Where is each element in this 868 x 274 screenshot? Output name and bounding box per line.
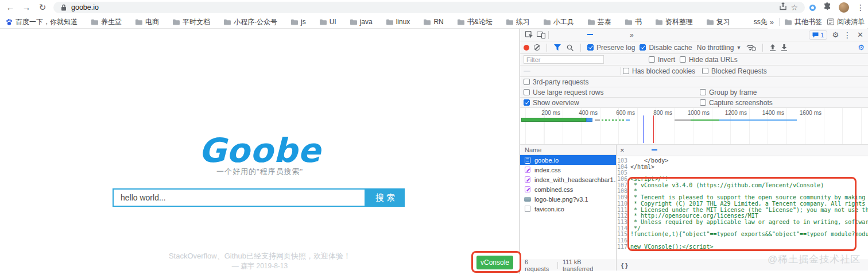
overview-tick-label: 1200 ms <box>714 110 747 116</box>
request-name: index_with_headsearchbar1.... <box>534 176 616 183</box>
export-har-icon[interactable] <box>781 42 788 53</box>
bookmark-item[interactable]: 电商 <box>135 17 159 27</box>
address-bar[interactable]: goobe.io ☆ <box>53 2 805 13</box>
issues-badge[interactable]: 1 <box>809 30 827 40</box>
request-name: goobe.io <box>534 157 559 164</box>
bookmark-item[interactable]: java <box>350 18 373 26</box>
bookmark-item[interactable]: 资料整理 <box>656 17 693 27</box>
hide-data-urls-checkbox[interactable] <box>680 56 686 63</box>
bookmark-item[interactable]: 平时文档 <box>173 17 210 27</box>
bookmark-item[interactable]: RN <box>424 18 443 26</box>
bookmark-item[interactable]: 小程序-公众号 <box>224 17 277 27</box>
bookmark-item[interactable]: linux <box>386 18 410 26</box>
bookmark-item[interactable]: 复习 <box>707 17 730 27</box>
devtools-settings-icon[interactable]: ⚙ <box>832 30 839 39</box>
preserve-log-checkbox[interactable] <box>587 44 594 51</box>
back-icon[interactable]: ← <box>5 0 16 15</box>
import-har-icon[interactable] <box>769 42 776 53</box>
divider <box>557 262 558 269</box>
reload-icon[interactable]: ↻ <box>37 0 48 15</box>
img-icon <box>524 197 531 202</box>
bookmark-item[interactable]: 其他书签 <box>785 17 822 27</box>
request-row[interactable]: goobe.io <box>520 155 616 165</box>
line-text: </body> <box>630 157 668 164</box>
bookmark-item[interactable]: 小工具 <box>544 17 574 27</box>
bookmark-item[interactable]: 百度一下，你就知道 <box>6 17 78 27</box>
network-settings-icon[interactable]: ⚙ <box>858 43 865 52</box>
throttling-dropdown[interactable]: No throttling ▼ <box>697 44 742 52</box>
show-overview-checkbox[interactable] <box>524 99 530 106</box>
vconsole-button[interactable]: vConsole <box>476 256 513 269</box>
avatar[interactable] <box>839 2 849 13</box>
search-button[interactable]: 搜 索 <box>366 188 405 207</box>
folder-icon <box>424 19 431 25</box>
type-filter-chip[interactable] <box>596 71 603 72</box>
request-list-header[interactable]: Name <box>520 145 616 155</box>
bookmark-item[interactable]: UI <box>320 18 336 26</box>
device-toolbar-icon[interactable] <box>535 29 547 41</box>
response-code[interactable]: 103 </body> 104 </html> 105 106 <script>… <box>617 156 868 260</box>
bookmark-item[interactable]: 书&论坛 <box>458 17 493 27</box>
extensions-puzzle-icon[interactable] <box>823 2 831 13</box>
line-number: 104 <box>617 164 630 170</box>
request-type-filters: Has blocked cookies Blocked Requests <box>520 65 868 77</box>
share-icon[interactable] <box>780 2 786 13</box>
request-row[interactable]: favicon.ico <box>520 204 616 214</box>
browser-menu-icon[interactable]: ⋮ <box>857 3 865 12</box>
bookmark-item[interactable]: 书 <box>625 17 642 27</box>
type-filter-chip[interactable] <box>580 71 587 72</box>
group-by-frame-checkbox[interactable] <box>700 89 706 95</box>
type-filter-chip[interactable] <box>524 71 530 72</box>
code-line: 112 * http://opensource.org/licenses/MIT <box>617 213 868 219</box>
filter-checkbox[interactable] <box>623 68 629 74</box>
forward-icon[interactable]: → <box>21 0 32 15</box>
bookmark-item[interactable]: 养生堂 <box>91 17 122 27</box>
group-by-frame-option: Group by frame <box>700 88 757 97</box>
bookmark-item[interactable]: js <box>291 18 306 26</box>
bookmark-item[interactable]: 阅读清单 <box>827 17 865 27</box>
bookmarks-overflow-icon[interactable]: » <box>770 18 774 26</box>
type-filter-chip[interactable] <box>564 71 571 72</box>
network-overview[interactable]: 200 ms400 ms600 ms800 ms1000 ms1200 ms14… <box>520 108 868 145</box>
network-filter-input[interactable] <box>524 55 604 64</box>
record-icon[interactable] <box>524 45 529 51</box>
filter-checkbox[interactable] <box>702 68 708 74</box>
devtools-close-icon[interactable]: ✕ <box>856 30 865 39</box>
detail-close-icon[interactable]: × <box>619 146 626 155</box>
third-party-checkbox[interactable] <box>524 79 530 85</box>
devtools-menu-icon[interactable]: ⋮ <box>843 30 851 40</box>
extension-ring-icon[interactable] <box>809 5 816 11</box>
code-line: 106 <script>/*! <box>617 176 868 182</box>
invert-checkbox[interactable] <box>649 56 655 63</box>
type-filter-chip[interactable] <box>532 71 538 72</box>
search-input[interactable] <box>113 188 366 207</box>
large-rows-checkbox[interactable] <box>524 89 530 95</box>
bookmark-star-icon[interactable]: ☆ <box>790 3 798 12</box>
request-row[interactable]: index.css <box>520 165 616 175</box>
disable-cache-checkbox[interactable] <box>640 44 646 51</box>
bookmark-item[interactable]: 芸泰 <box>588 17 611 27</box>
pretty-print-icon[interactable]: { } <box>617 262 633 269</box>
network-conditions-icon[interactable] <box>746 42 756 53</box>
bookmark-item[interactable]: 练习 <box>506 17 530 27</box>
type-filter-chip[interactable] <box>604 71 611 72</box>
type-filter-chip[interactable] <box>556 71 563 72</box>
type-filter-chip[interactable] <box>612 71 619 72</box>
type-filter-chip[interactable] <box>540 71 547 72</box>
request-row[interactable]: combined.css <box>520 184 616 194</box>
bookmark-item[interactable]: ss免费账号 · Alvin... <box>744 17 769 27</box>
line-number: 116 <box>617 237 630 244</box>
search-icon[interactable] <box>566 42 574 53</box>
request-row[interactable]: index_with_headsearchbar1.... <box>520 175 616 184</box>
type-filter-chip[interactable] <box>588 71 595 72</box>
request-row[interactable]: logo-blue.png?v3.1 <box>520 194 616 204</box>
filter-funnel-icon[interactable] <box>553 42 561 53</box>
capture-screenshots-checkbox[interactable] <box>700 99 706 106</box>
more-tabs-icon[interactable]: » <box>626 31 637 39</box>
code-line: 114 */ <box>617 225 868 231</box>
request-count: 6 requests <box>525 258 553 272</box>
type-filter-chip[interactable] <box>572 71 579 72</box>
type-filter-chip[interactable] <box>548 71 555 72</box>
inspect-element-icon[interactable] <box>524 29 535 41</box>
clear-icon[interactable] <box>534 44 540 51</box>
